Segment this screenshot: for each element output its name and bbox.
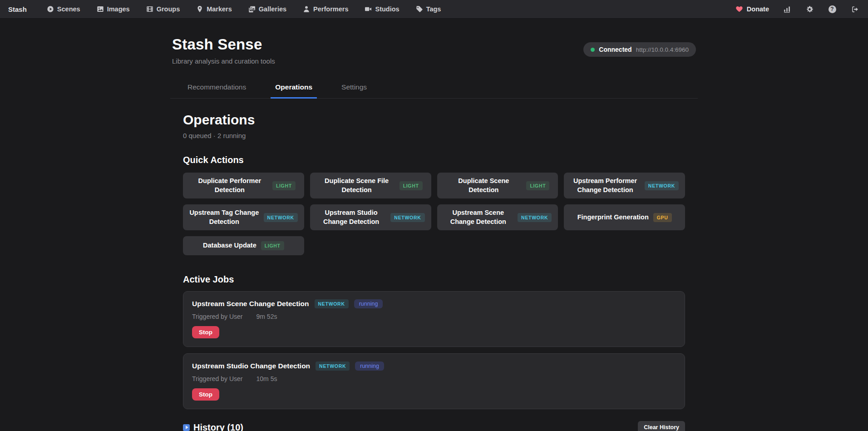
nav-label: Tags [426, 5, 441, 13]
job-name: Upstream Studio Change Detection [192, 362, 310, 370]
nav-item-studios[interactable]: Studios [365, 5, 399, 13]
quick-action-duplicate-performer-detection[interactable]: Duplicate Performer Detection LIGHT [183, 173, 304, 198]
quick-action-duplicate-scene-file-detection[interactable]: Duplicate Scene File Detection LIGHT [310, 173, 431, 198]
quick-action-upstream-tag-change-detection[interactable]: Upstream Tag Change Detection NETWORK [183, 204, 304, 230]
job-name: Upstream Scene Change Detection [192, 300, 309, 308]
nav-menu: Scenes Images Groups Markers Galleries P… [47, 5, 441, 13]
job-elapsed-time: 10m 5s [256, 375, 277, 382]
quick-action-upstream-scene-change-detection[interactable]: Upstream Scene Change Detection NETWORK [437, 204, 558, 230]
operations-heading: Operations [183, 112, 685, 128]
network-badge: NETWORK [518, 213, 552, 222]
donate-button[interactable]: Donate [735, 5, 769, 13]
nav-label: Markers [207, 5, 232, 13]
help-icon[interactable]: ? [827, 4, 837, 14]
action-label: Duplicate Scene File Detection [319, 177, 395, 194]
quick-actions-heading: Quick Actions [183, 155, 685, 165]
nav-label: Images [107, 5, 130, 13]
page-subtitle: Library analysis and curation tools [172, 57, 275, 65]
queue-summary: 0 queued · 2 running [183, 132, 685, 139]
tag-icon [416, 5, 423, 13]
nav-label: Studios [375, 5, 399, 13]
video-camera-icon [365, 5, 372, 13]
action-label: Duplicate Scene Detection [445, 177, 522, 194]
light-badge: LIGHT [261, 241, 284, 250]
action-label: Upstream Scene Change Detection [444, 208, 513, 226]
light-badge: LIGHT [399, 181, 423, 190]
settings-gear-icon[interactable] [804, 4, 814, 14]
donate-label: Donate [747, 5, 769, 13]
network-badge: NETWORK [390, 213, 424, 222]
play-circle-icon [47, 5, 54, 13]
nav-label: Scenes [57, 5, 80, 13]
quick-action-fingerprint-generation[interactable]: Fingerprint Generation GPU [564, 204, 685, 230]
connection-status: Connected [599, 46, 631, 53]
quick-action-upstream-studio-change-detection[interactable]: Upstream Studio Change Detection NETWORK [310, 204, 431, 230]
action-label: Upstream Tag Change Detection [189, 208, 259, 226]
nav-item-tags[interactable]: Tags [416, 5, 441, 13]
nav-item-scenes[interactable]: Scenes [47, 5, 80, 13]
clear-history-button[interactable]: Clear History [638, 421, 685, 431]
tab-recommendations[interactable]: Recommendations [183, 79, 251, 99]
quick-action-duplicate-scene-detection[interactable]: Duplicate Scene Detection LIGHT [437, 173, 558, 198]
action-label: Upstream Performer Change Detection [570, 177, 640, 194]
operations-panel: Operations 0 queued · 2 running Quick Ac… [170, 112, 698, 431]
light-badge: LIGHT [272, 181, 296, 190]
running-status-badge: running [354, 299, 383, 308]
connected-dot-icon [591, 48, 595, 52]
tab-operations[interactable]: Operations [271, 79, 317, 99]
nav-item-galleries[interactable]: Galleries [248, 5, 286, 13]
connection-status-pill: Connected http://10.0.0.4:6960 [583, 42, 696, 57]
stash-brand[interactable]: Stash [8, 5, 27, 13]
map-marker-icon [196, 5, 203, 13]
nav-item-performers[interactable]: Performers [303, 5, 348, 13]
page-title: Stash Sense [172, 36, 275, 53]
top-navbar: Stash Scenes Images Groups Markers Galle… [0, 0, 868, 19]
user-icon [303, 5, 310, 13]
active-job-card: Upstream Studio Change Detection NETWORK… [183, 353, 685, 409]
photo-stack-icon [248, 5, 256, 13]
collapsed-caret-icon [183, 424, 190, 431]
action-label: Fingerprint Generation [577, 213, 649, 222]
stop-job-button[interactable]: Stop [192, 388, 219, 401]
navbar-utilities: Donate ? [735, 4, 860, 14]
quick-actions-grid: Duplicate Performer Detection LIGHT Dupl… [183, 173, 685, 255]
nav-label: Groups [157, 5, 180, 13]
history-section: History (10) Clear History [183, 421, 685, 431]
stop-job-button[interactable]: Stop [192, 326, 219, 338]
running-status-badge: running [355, 362, 384, 371]
action-label: Duplicate Performer Detection [192, 177, 268, 194]
history-toggle[interactable]: History (10) [183, 422, 243, 431]
quick-action-database-update[interactable]: Database Update LIGHT [183, 236, 304, 255]
network-badge: NETWORK [315, 299, 349, 308]
quick-action-upstream-performer-change-detection[interactable]: Upstream Performer Change Detection NETW… [564, 173, 685, 198]
job-elapsed-time: 9m 52s [256, 313, 277, 320]
history-heading: History (10) [193, 422, 243, 431]
stats-chart-icon[interactable] [782, 4, 792, 14]
nav-label: Performers [313, 5, 348, 13]
job-triggered-by: Triggered by User [192, 313, 243, 320]
tab-bar: Recommendations Operations Settings [170, 79, 698, 99]
nav-label: Galleries [259, 5, 286, 13]
nav-item-markers[interactable]: Markers [196, 5, 232, 13]
image-icon [97, 5, 104, 13]
active-jobs-heading: Active Jobs [183, 274, 685, 285]
gpu-badge: GPU [653, 213, 672, 222]
page-header: Stash Sense Library analysis and curatio… [170, 36, 698, 65]
active-job-card: Upstream Scene Change Detection NETWORK … [183, 291, 685, 347]
network-badge: NETWORK [645, 181, 679, 190]
connection-url: http://10.0.0.4:6960 [636, 46, 689, 53]
logout-icon[interactable] [850, 4, 860, 14]
tab-settings[interactable]: Settings [337, 79, 371, 99]
action-label: Upstream Studio Change Detection [316, 208, 386, 226]
nav-item-groups[interactable]: Groups [146, 5, 180, 13]
network-badge: NETWORK [264, 213, 298, 222]
heart-icon [735, 5, 743, 13]
job-triggered-by: Triggered by User [192, 375, 243, 382]
light-badge: LIGHT [526, 181, 549, 190]
film-icon [146, 5, 153, 13]
stash-sense-page: Stash Sense Library analysis and curatio… [170, 36, 698, 431]
network-badge: NETWORK [316, 362, 350, 371]
action-label: Database Update [203, 241, 256, 250]
nav-item-images[interactable]: Images [97, 5, 130, 13]
